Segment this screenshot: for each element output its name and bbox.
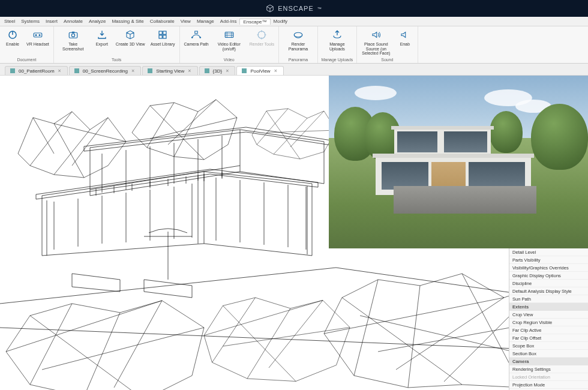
properties-section-camera: Camera <box>509 358 588 365</box>
menu-item-insert[interactable]: Insert <box>43 19 61 24</box>
brand-text: ENSCAPE <box>278 5 314 12</box>
ribbon-group-label: Sound <box>359 57 415 62</box>
property-row-visibility-graphics-overrides[interactable]: Visibility/Graphics Overrides <box>509 264 588 272</box>
svg-rect-6 <box>72 32 75 33</box>
svg-point-16 <box>294 32 302 37</box>
ribbon-group-tools: Take ScreenshotExportCreate 3D ViewAsset… <box>54 26 180 63</box>
view-tab-starting-view[interactable]: Starting View× <box>142 66 197 75</box>
menu-item-analyze[interactable]: Analyze <box>86 19 109 24</box>
ribbon-camera-path-label: Camera Path <box>184 42 209 47</box>
svg-rect-1 <box>34 33 42 37</box>
ribbon-camera-path-button[interactable]: Camera Path <box>182 28 211 48</box>
menu-item-steel[interactable]: Steel <box>1 19 18 24</box>
ribbon: EnableVR HeadsetDocumentTake ScreenshotE… <box>0 26 588 64</box>
ribbon-vr-headset-label: VR Headset <box>26 42 49 47</box>
ribbon-render-tools-button: Render Tools <box>248 28 276 48</box>
view-tab-label: 00_ScreenRecording <box>83 68 128 74</box>
asset-library-icon <box>157 29 169 41</box>
ribbon-manage-uploads-button[interactable]: Manage Uploads <box>320 28 354 52</box>
ribbon-group-sound: Place Sound Source (on Selected Face)Ena… <box>357 26 418 63</box>
view-tab-icon <box>242 68 247 73</box>
svg-point-3 <box>38 34 40 36</box>
property-row-crop-view[interactable]: Crop View <box>509 311 588 319</box>
svg-rect-9 <box>159 35 162 38</box>
ribbon-group-document: EnableVR HeadsetDocument <box>0 26 54 63</box>
enable-sound-icon <box>399 29 411 41</box>
render-tools-icon <box>256 29 268 41</box>
ribbon-group-label: Manage Uploads <box>320 57 354 62</box>
property-row-crop-region-visible[interactable]: Crop Region Visible <box>509 319 588 326</box>
property-row-projection-mode[interactable]: Projection Mode <box>509 381 588 389</box>
property-row-far-clip-offset[interactable]: Far Clip Offset <box>509 334 588 342</box>
property-row-rendering-settings[interactable]: Rendering Settings <box>509 365 588 373</box>
menu-item-view[interactable]: View <box>178 19 194 24</box>
menu-item-manage[interactable]: Manage <box>194 19 217 24</box>
menu-item-enscape-[interactable]: Enscape™ <box>239 19 270 25</box>
close-icon[interactable]: × <box>188 68 191 74</box>
property-row-section-box[interactable]: Section Box <box>509 350 588 358</box>
property-row-graphic-display-options[interactable]: Graphic Display Options <box>509 272 588 280</box>
menu-bar: SteelSystemsInsertAnnotateAnalyzeMassing… <box>0 17 588 26</box>
ribbon-asset-library-button[interactable]: Asset Library <box>149 28 177 48</box>
svg-point-11 <box>191 37 193 38</box>
ribbon-export-label: Export <box>96 42 108 47</box>
menu-item-systems[interactable]: Systems <box>18 19 43 24</box>
camera-path-icon <box>190 29 202 41</box>
ribbon-manage-uploads-label: Manage Uploads <box>322 42 352 51</box>
close-icon[interactable]: × <box>226 68 229 74</box>
ribbon-place-sound-source-button[interactable]: Place Sound Source (on Selected Face) <box>359 28 393 57</box>
ribbon-take-screenshot-button[interactable]: Take Screenshot <box>56 28 90 52</box>
render-preview[interactable] <box>329 76 588 248</box>
property-row-locked-orientation: Locked Orientation <box>509 373 588 381</box>
menu-item-massing-site[interactable]: Massing & Site <box>109 19 146 24</box>
ribbon-group-label: Video <box>182 57 276 62</box>
menu-item-annotate[interactable]: Annotate <box>61 19 86 24</box>
ribbon-enable-button[interactable]: Enable <box>2 28 23 48</box>
export-icon <box>96 29 108 41</box>
ribbon-render-panorama-button[interactable]: Render Panorama <box>281 28 315 52</box>
render-panorama-icon <box>292 29 304 41</box>
property-row-parts-visibility[interactable]: Parts Visibility <box>509 256 588 264</box>
ribbon-take-screenshot-label: Take Screenshot <box>58 42 88 51</box>
property-row-default-analysis-display-style[interactable]: Default Analysis Display Style <box>509 287 588 295</box>
menu-item-collaborate[interactable]: Collaborate <box>147 19 178 24</box>
property-row-far-clip-active[interactable]: Far Clip Active <box>509 326 588 334</box>
property-row-sun-path[interactable]: Sun Path <box>509 295 588 303</box>
svg-rect-13 <box>195 31 198 34</box>
svg-rect-8 <box>163 31 166 34</box>
workspace: Detail LevelParts VisibilityVisibility/G… <box>0 76 588 390</box>
ribbon-enable-label: Enable <box>6 42 19 47</box>
properties-panel: Detail LevelParts VisibilityVisibility/G… <box>509 248 588 390</box>
ribbon-vr-headset-button[interactable]: VR Headset <box>25 28 51 48</box>
svg-rect-7 <box>159 31 162 34</box>
close-icon[interactable]: × <box>131 68 134 74</box>
property-row-discipline[interactable]: Discipline <box>509 280 588 287</box>
svg-point-15 <box>258 31 265 38</box>
video-editor-icon <box>223 29 235 41</box>
take-screenshot-icon <box>67 29 79 41</box>
view-tab-icon <box>205 68 209 73</box>
menu-item-add-ins[interactable]: Add-Ins <box>217 19 240 24</box>
view-tab-00-screenrecording[interactable]: 00_ScreenRecording× <box>69 66 141 75</box>
close-icon[interactable]: × <box>58 68 61 74</box>
view-tab-poolview[interactable]: PoolView× <box>236 66 283 75</box>
ribbon-group-manage-uploads: Manage UploadsManage Uploads <box>318 26 357 63</box>
view-tab-label: 00_PatientRoom <box>19 68 55 74</box>
svg-point-5 <box>71 34 74 37</box>
ribbon-export-button[interactable]: Export <box>92 28 112 48</box>
ribbon-enable-sound-button[interactable]: Enab <box>395 28 415 48</box>
close-icon[interactable]: × <box>274 68 277 74</box>
property-row-detail-level[interactable]: Detail Level <box>509 248 588 256</box>
view-tab-icon <box>10 68 15 73</box>
ribbon-group-label: Tools <box>56 57 177 62</box>
ribbon-create-3d-view-button[interactable]: Create 3D View <box>114 28 147 48</box>
ribbon-group-video: Camera PathVideo Editor (on/off)Render T… <box>180 26 279 63</box>
menu-item-modify[interactable]: Modify <box>271 19 291 24</box>
vr-headset-icon <box>32 29 44 41</box>
ribbon-place-sound-source-label: Place Sound Source (on Selected Face) <box>361 42 391 56</box>
view-tab-00-patientroom[interactable]: 00_PatientRoom× <box>5 66 68 75</box>
property-row-scope-box[interactable]: Scope Box <box>509 342 588 350</box>
ribbon-video-editor-button[interactable]: Video Editor (on/off) <box>212 28 246 52</box>
view-tab--3d-[interactable]: {3D}× <box>199 66 236 75</box>
ribbon-group-label: Document <box>2 57 51 62</box>
